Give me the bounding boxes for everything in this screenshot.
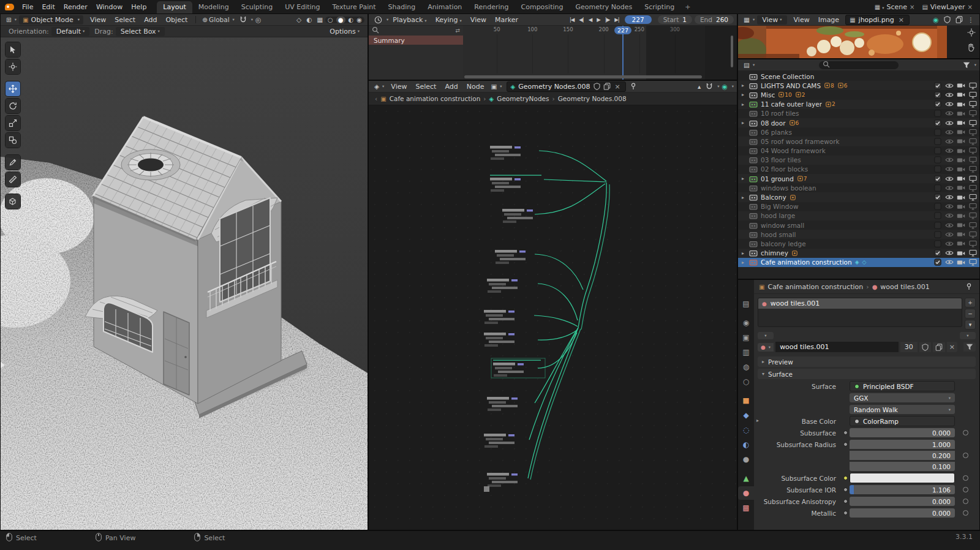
decorator-dot[interactable] <box>963 475 968 481</box>
outliner-row[interactable]: ▸Cafe animation construction◈◇ <box>738 258 979 267</box>
monitor-icon[interactable] <box>968 156 977 164</box>
add-cube-tool-icon[interactable] <box>6 194 20 209</box>
eye-icon[interactable] <box>945 83 954 89</box>
shading-material-icon[interactable]: ◐ <box>349 17 354 23</box>
tab-physics[interactable]: ◐ <box>738 438 754 451</box>
property-widget[interactable]: 1.106 <box>850 485 955 494</box>
monitor-icon[interactable] <box>968 82 977 89</box>
monitor-icon[interactable] <box>968 91 977 99</box>
go-to-parent-icon[interactable]: ▴ <box>695 83 703 90</box>
camera-icon[interactable] <box>957 138 965 145</box>
property-widget[interactable]: 0.000 <box>850 428 955 437</box>
tab-output[interactable]: ▣ <box>738 331 754 344</box>
preview-panel-header[interactable]: ▸ Preview <box>758 356 976 367</box>
outliner-row[interactable]: ▸Misc102 <box>738 90 979 99</box>
monitor-icon[interactable] <box>968 203 977 210</box>
node-menu-view[interactable]: View <box>386 83 411 91</box>
camera-icon[interactable] <box>957 231 965 238</box>
node-menu-node[interactable]: Node <box>462 83 489 91</box>
checkbox-icon[interactable] <box>933 184 942 192</box>
show-gizmo-icon[interactable]: ◇ <box>294 16 304 23</box>
timeline-menu-view[interactable]: View <box>466 16 491 24</box>
eye-icon[interactable] <box>945 101 954 107</box>
eye-icon[interactable] <box>945 120 954 126</box>
viewport-menu-select[interactable]: Select <box>110 16 140 24</box>
outliner-row[interactable]: balcony ledge <box>738 239 979 248</box>
outliner-row[interactable]: 06 planks <box>738 127 979 137</box>
monitor-icon[interactable] <box>968 258 977 266</box>
eye-icon[interactable] <box>945 129 954 135</box>
eye-icon[interactable] <box>945 110 954 116</box>
eye-icon[interactable] <box>945 232 954 238</box>
checkbox-icon[interactable] <box>933 138 942 145</box>
tab-object[interactable]: ■ <box>738 394 754 407</box>
menu-dots-icon[interactable]: ⋮ <box>965 16 977 23</box>
decorator-column[interactable] <box>955 510 976 516</box>
node-canvas[interactable] <box>369 105 737 530</box>
image-menu-image[interactable]: Image <box>814 16 843 24</box>
eye-icon[interactable] <box>945 157 954 163</box>
node-menu-add[interactable]: Add <box>440 83 462 91</box>
disclosure-triangle-icon[interactable]: ▸ <box>742 176 749 181</box>
view-layer-selector[interactable]: ▤ ViewLayer × <box>919 2 975 12</box>
property-widget[interactable]: Random Walk▾ <box>850 405 955 414</box>
blender-logo-icon[interactable] <box>5 4 14 10</box>
outliner-row[interactable]: ▸LIGHTS AND CAMS86 <box>738 81 979 90</box>
disclosure-triangle-icon[interactable]: ▸ <box>742 92 749 97</box>
camera-icon[interactable] <box>957 194 965 201</box>
decorator-column[interactable] <box>955 453 976 458</box>
property-widget[interactable]: 0.100 <box>850 462 955 471</box>
jump-to-end-button[interactable]: ▶| <box>612 17 620 23</box>
viewport-canvas[interactable] <box>1 37 368 530</box>
property-widget[interactable] <box>850 473 955 483</box>
material-slot[interactable]: ● wood tiles.001 <box>758 298 962 309</box>
image-editor[interactable]: ▦▾ View▾ ViewImage ▦ jhopdi.png × ◉ ⋮ <box>737 13 980 59</box>
workspace-tab-uv-editing[interactable]: UV Editing <box>279 1 326 13</box>
eye-icon[interactable] <box>945 194 954 200</box>
viewport-menu-object[interactable]: Object <box>161 16 192 24</box>
decorator-column[interactable] <box>955 487 976 492</box>
outliner-row[interactable]: hood small <box>738 230 979 239</box>
outliner-row[interactable]: 10 roof tiles <box>738 109 979 118</box>
disclosure-triangle-icon[interactable]: ▸ <box>742 102 749 107</box>
cursor-tool-icon[interactable] <box>6 59 20 74</box>
outliner-row[interactable]: 05 roof wood framework <box>738 137 979 146</box>
camera-icon[interactable] <box>957 129 965 135</box>
camera-icon[interactable] <box>957 259 965 266</box>
monitor-icon[interactable] <box>968 129 977 136</box>
topbar-menu-edit[interactable]: Edit <box>37 3 59 11</box>
disclosure-triangle-icon[interactable]: ▸ <box>742 120 749 126</box>
outliner-row[interactable]: windows boolean <box>738 183 979 192</box>
fake-user-shield-icon[interactable] <box>919 342 931 352</box>
eye-icon[interactable] <box>945 203 954 209</box>
monitor-icon[interactable] <box>968 249 977 257</box>
filter-icon[interactable] <box>960 62 973 69</box>
tab-constraints[interactable]: ● <box>738 453 754 466</box>
sync-range-icon[interactable]: ⇄ <box>455 28 460 34</box>
camera-icon[interactable] <box>957 101 965 108</box>
property-widget[interactable]: 0.000 <box>850 508 955 518</box>
expand-icon[interactable]: ▸ <box>756 418 759 423</box>
decorator-dot[interactable] <box>963 499 968 504</box>
eye-icon[interactable] <box>945 185 954 191</box>
outliner-row[interactable]: ▸01 ground7 <box>738 174 979 183</box>
eye-icon[interactable] <box>945 166 954 172</box>
mode-selector[interactable]: ▣ Object Mode ▾ <box>19 15 83 24</box>
node-menu-select[interactable]: Select <box>411 83 440 91</box>
eye-icon[interactable] <box>945 176 954 182</box>
pin-icon[interactable] <box>628 83 639 90</box>
shading-solid-icon[interactable]: ● <box>336 17 345 23</box>
image-menu-view[interactable]: View <box>790 16 814 24</box>
checkbox-icon[interactable] <box>933 156 942 164</box>
workspace-tab-modeling[interactable]: Modeling <box>192 1 235 13</box>
property-widget[interactable]: 0.000 <box>850 497 955 506</box>
snapping-icon[interactable] <box>703 83 715 90</box>
render-slot-icon[interactable]: ◉ <box>930 16 941 23</box>
monitor-icon[interactable] <box>968 184 977 192</box>
timeline-editor[interactable]: ▾ Playback▾Keying▾ViewMarker |◀ ◀| ◀ ▶ |… <box>368 13 737 80</box>
editor-type-icon[interactable]: ◈▾ <box>372 83 386 90</box>
select-box-tool-icon[interactable] <box>6 42 20 57</box>
slot-specials-button[interactable]: ▾ <box>965 320 976 330</box>
eye-icon[interactable] <box>945 222 954 228</box>
current-frame-field[interactable]: 227 <box>625 15 652 24</box>
